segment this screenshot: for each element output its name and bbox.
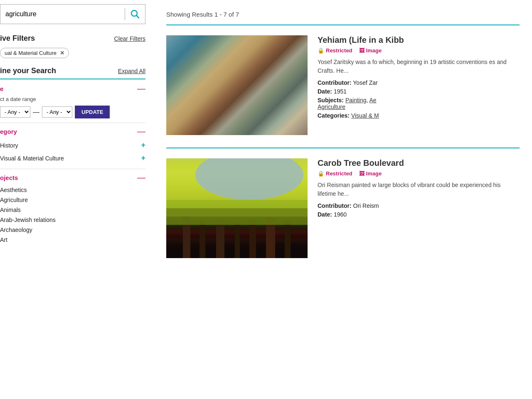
contributor-value-yehiam: Yosef Zar	[353, 79, 377, 86]
date-to-select[interactable]: - Any -	[42, 106, 72, 118]
svg-rect-8	[249, 220, 256, 258]
date-range-label: ct a date range	[0, 96, 145, 102]
result-item-carob: Carob Tree Boulevard 🔒 Restricted 🖼 Imag…	[166, 158, 520, 258]
categories-label-yehiam: Categories:	[318, 112, 350, 119]
date-filter-title: e	[0, 85, 3, 92]
date-dash: —	[33, 108, 39, 116]
contributor-label-carob: Contributor:	[318, 202, 352, 209]
lock-icon-carob: 🔒	[318, 170, 324, 177]
result-info-carob: Carob Tree Boulevard 🔒 Restricted 🖼 Imag…	[318, 158, 520, 258]
main-content: Showing Results 1 - 7 of 7 Yehiam (Life …	[154, 0, 532, 399]
result-subjects-yehiam: Subjects: Painting, Ae Agriculture	[318, 97, 520, 110]
result-title-carob[interactable]: Carob Tree Boulevard	[318, 158, 520, 168]
clear-filters-link[interactable]: Clear Filters	[114, 35, 145, 42]
date-range-row: - Any - — - Any - UPDATE	[0, 106, 145, 118]
expand-all-link[interactable]: Expand All	[118, 68, 145, 74]
results-count: Showing Results 1 - 7 of 7	[166, 8, 520, 18]
search-box	[0, 4, 145, 24]
date-section-divider	[0, 123, 145, 123]
date-label-yehiam: Date:	[318, 88, 332, 95]
result-item-yehiam: Yehiam (Life in a Kibb 🔒 Restricted 🖼 Im…	[166, 35, 520, 135]
result-desc-carob: Ori Reisman painted w large blocks of vi…	[318, 181, 520, 198]
date-from-select[interactable]: - Any -	[0, 106, 30, 118]
filter-tag-visual-material: ual & Material Culture ✕	[0, 48, 69, 58]
date-update-button[interactable]: UPDATE	[75, 106, 110, 118]
category-label-history: History	[0, 142, 18, 149]
result-info-yehiam: Yehiam (Life in a Kibb 🔒 Restricted 🖼 Im…	[318, 35, 520, 135]
category-filter-header: egory —	[0, 127, 145, 135]
subject-item-arab-jewish: Arab-Jewish relations	[0, 215, 145, 225]
category-collapse-icon[interactable]: —	[137, 127, 145, 135]
refine-header: ine your Search Expand All	[0, 66, 145, 75]
carob-painting-svg	[166, 158, 308, 258]
image-label-yehiam: Image	[366, 47, 382, 54]
contributor-value-carob: Ori Reism	[353, 202, 379, 209]
subject-ae-link[interactable]: Ae	[369, 97, 377, 103]
remove-filter-icon[interactable]: ✕	[60, 50, 64, 56]
result-thumb-yehiam[interactable]	[166, 35, 308, 135]
date-label-carob: Date:	[318, 211, 332, 218]
category-label-visual-material: Visual & Material Culture	[0, 155, 64, 162]
category-expand-history[interactable]: +	[141, 141, 145, 150]
result-contributor-carob: Contributor: Ori Reism	[318, 202, 520, 209]
image-icon-carob: 🖼	[359, 170, 365, 177]
date-collapse-icon[interactable]: —	[137, 84, 145, 93]
sidebar: ive Filters Clear Filters ual & Material…	[0, 0, 154, 399]
category-section-divider	[0, 169, 145, 169]
date-value-yehiam: 1951	[334, 88, 347, 95]
result-thumb-carob[interactable]	[166, 158, 308, 258]
restricted-label-yehiam: Restricted	[326, 47, 352, 54]
category-filter-title: egory	[0, 128, 17, 135]
category-item-history: History +	[0, 139, 145, 152]
active-filters-title: ive Filters	[0, 34, 35, 43]
result-desc-yehiam: Yosef Zaritsky was a fo which, beginning…	[318, 58, 520, 75]
date-filter-header: e —	[0, 84, 145, 93]
results-top-divider	[166, 25, 520, 25]
result-categories-yehiam: Categories: Visual & M	[318, 112, 520, 119]
result-image-yehiam	[166, 35, 308, 135]
subject-item-agriculture: Agriculture	[0, 195, 145, 205]
subject-agriculture-link[interactable]: Agriculture	[318, 103, 345, 110]
filter-section-subjects: ojects — Aesthetics Agriculture Animals …	[0, 173, 145, 245]
lock-icon-yehiam: 🔒	[318, 47, 324, 54]
svg-rect-7	[235, 223, 240, 258]
result-date-yehiam: Date: 1951	[318, 88, 520, 95]
search-button[interactable]	[125, 4, 145, 24]
category-expand-visual-material[interactable]: +	[141, 154, 145, 163]
filter-tag-label: ual & Material Culture	[5, 50, 57, 56]
subject-item-animals: Animals	[0, 205, 145, 215]
badge-image-yehiam: 🖼 Image	[359, 47, 382, 54]
result-divider-1	[166, 148, 520, 148]
svg-line-1	[137, 16, 139, 18]
search-input[interactable]	[0, 10, 125, 18]
sidebar-top-divider	[0, 79, 145, 79]
restricted-label-carob: Restricted	[326, 170, 352, 177]
subjects-label-yehiam: Subjects:	[318, 97, 344, 103]
category-visual-link[interactable]: Visual & M	[351, 112, 379, 119]
badge-restricted-yehiam: 🔒 Restricted	[318, 47, 352, 54]
image-icon-yehiam: 🖼	[359, 47, 365, 54]
subject-painting-link[interactable]: Painting	[345, 97, 367, 103]
image-label-carob: Image	[366, 170, 382, 177]
subject-item-archaeology: Archaeology	[0, 225, 145, 235]
result-contributor-yehiam: Contributor: Yosef Zar	[318, 79, 520, 86]
result-title-yehiam[interactable]: Yehiam (Life in a Kibb	[318, 35, 520, 45]
svg-rect-12	[166, 208, 308, 225]
result-image-carob	[166, 158, 308, 258]
filter-section-date: e — ct a date range - Any - — - Any - UP…	[0, 84, 145, 118]
subject-item-art: Art	[0, 235, 145, 245]
result-badges-yehiam: 🔒 Restricted 🖼 Image	[318, 47, 520, 54]
date-value-carob: 1960	[334, 211, 347, 218]
subjects-collapse-icon[interactable]: —	[137, 173, 145, 182]
svg-rect-10	[285, 221, 291, 258]
filter-section-category: egory — History + Visual & Material Cult…	[0, 127, 145, 165]
badge-restricted-carob: 🔒 Restricted	[318, 170, 352, 177]
category-item-visual-material: Visual & Material Culture +	[0, 152, 145, 165]
badge-image-carob: 🖼 Image	[359, 170, 382, 177]
refine-title: ine your Search	[0, 66, 56, 75]
subject-item-aesthetics: Aesthetics	[0, 185, 145, 195]
contributor-label-yehiam: Contributor:	[318, 79, 352, 86]
subjects-filter-header: ojects —	[0, 173, 145, 182]
active-filters-header: ive Filters Clear Filters	[0, 34, 145, 43]
search-icon	[131, 10, 140, 19]
